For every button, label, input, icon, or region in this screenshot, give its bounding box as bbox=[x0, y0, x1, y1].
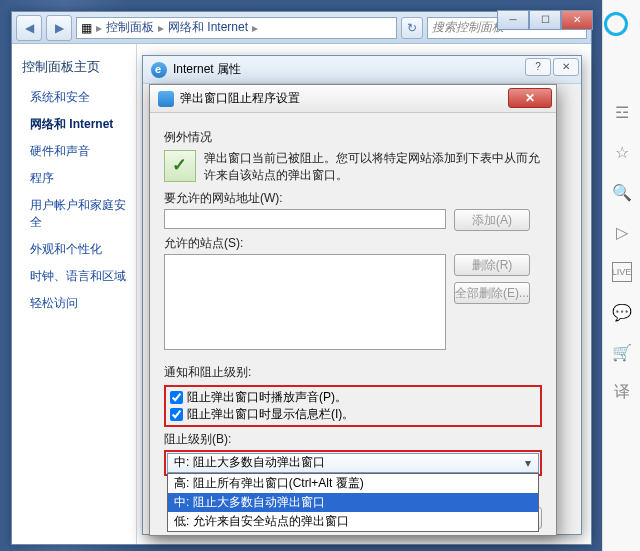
chat-icon[interactable]: 💬 bbox=[612, 302, 632, 322]
sidebar-item[interactable]: 时钟、语言和区域 bbox=[12, 263, 136, 290]
close-button[interactable]: ✕ bbox=[508, 88, 552, 108]
close-button[interactable]: ✕ bbox=[561, 10, 593, 30]
sidebar-item[interactable]: 外观和个性化 bbox=[12, 236, 136, 263]
sidebar-header: 控制面板主页 bbox=[12, 54, 136, 84]
cart-icon[interactable]: 🛒 bbox=[612, 342, 632, 362]
dialog-title: 弹出窗口阻止程序设置 bbox=[180, 90, 300, 107]
sidebar: 控制面板主页 系统和安全网络和 Internet硬件和声音程序用户帐户和家庭安全… bbox=[12, 44, 137, 544]
dropdown-option[interactable]: 低: 允许来自安全站点的弹出窗口 bbox=[168, 512, 538, 531]
dropdown-option[interactable]: 高: 阻止所有弹出窗口(Ctrl+Alt 覆盖) bbox=[168, 474, 538, 493]
qq-browser-icon[interactable] bbox=[604, 12, 628, 36]
maximize-button[interactable]: ☐ bbox=[529, 10, 561, 30]
address-input[interactable] bbox=[164, 209, 446, 229]
allowed-sites-label: 允许的站点(S): bbox=[164, 235, 542, 252]
remove-button[interactable]: 删除(R) bbox=[454, 254, 530, 276]
dialog-title: Internet 属性 bbox=[173, 61, 241, 78]
sidebar-item[interactable]: 系统和安全 bbox=[12, 84, 136, 111]
block-level-label: 阻止级别(B): bbox=[164, 431, 542, 448]
control-panel-icon: ▦ bbox=[81, 21, 92, 35]
address-bar[interactable]: ▦ ▸ 控制面板 ▸ 网络和 Internet ▸ bbox=[76, 17, 397, 39]
play-icon[interactable]: ▷ bbox=[612, 222, 632, 242]
browser-sidebar: ☲ ☆ 🔍 ▷ LIVE 💬 🛒 译 bbox=[602, 0, 640, 551]
help-button[interactable]: ? bbox=[525, 58, 551, 76]
ie-icon bbox=[151, 62, 167, 78]
infobar-checkbox[interactable] bbox=[170, 408, 183, 421]
close-button[interactable]: ✕ bbox=[553, 58, 579, 76]
list-icon[interactable]: ☲ bbox=[612, 102, 632, 122]
star-icon[interactable]: ☆ bbox=[612, 142, 632, 162]
exceptions-label: 例外情况 bbox=[164, 129, 542, 146]
block-level-dropdown: 高: 阻止所有弹出窗口(Ctrl+Alt 覆盖) 中: 阻止大多数自动弹出窗口 … bbox=[167, 473, 539, 532]
refresh-button[interactable]: ↻ bbox=[401, 17, 423, 39]
breadcrumb[interactable]: 控制面板 bbox=[106, 19, 154, 36]
sidebar-item[interactable]: 程序 bbox=[12, 165, 136, 192]
infobar-checkbox-label: 阻止弹出窗口时显示信息栏(I)。 bbox=[187, 406, 354, 423]
highlight-box: 阻止弹出窗口时播放声音(P)。 阻止弹出窗口时显示信息栏(I)。 bbox=[164, 385, 542, 427]
allowed-sites-list[interactable] bbox=[164, 254, 446, 350]
sound-checkbox-label: 阻止弹出窗口时播放声音(P)。 bbox=[187, 389, 347, 406]
notify-label: 通知和阻止级别: bbox=[164, 364, 542, 381]
back-button[interactable]: ◀ bbox=[16, 15, 42, 41]
add-button[interactable]: 添加(A) bbox=[454, 209, 530, 231]
ie-icon bbox=[158, 91, 174, 107]
sidebar-item[interactable]: 轻松访问 bbox=[12, 290, 136, 317]
dropdown-option[interactable]: 中: 阻止大多数自动弹出窗口 bbox=[168, 493, 538, 512]
address-label: 要允许的网站地址(W): bbox=[164, 190, 542, 207]
description-text: 弹出窗口当前已被阻止。您可以将特定网站添加到下表中从而允许来自该站点的弹出窗口。 bbox=[204, 150, 542, 184]
sidebar-item[interactable]: 用户帐户和家庭安全 bbox=[12, 192, 136, 236]
sidebar-item[interactable]: 硬件和声音 bbox=[12, 138, 136, 165]
minimize-button[interactable]: ─ bbox=[497, 10, 529, 30]
sidebar-item[interactable]: 网络和 Internet bbox=[12, 111, 136, 138]
breadcrumb[interactable]: 网络和 Internet bbox=[168, 19, 248, 36]
block-level-combo[interactable]: 中: 阻止大多数自动弹出窗口 ▾ bbox=[167, 453, 539, 473]
live-icon[interactable]: LIVE bbox=[612, 262, 632, 282]
highlight-box: 中: 阻止大多数自动弹出窗口 ▾ 高: 阻止所有弹出窗口(Ctrl+Alt 覆盖… bbox=[164, 450, 542, 476]
forward-button[interactable]: ▶ bbox=[46, 15, 72, 41]
shield-check-icon bbox=[164, 150, 196, 182]
translate-icon[interactable]: 译 bbox=[612, 382, 632, 402]
combo-value: 中: 阻止大多数自动弹出窗口 bbox=[174, 454, 325, 471]
sound-checkbox[interactable] bbox=[170, 391, 183, 404]
search-icon[interactable]: 🔍 bbox=[612, 182, 632, 202]
remove-all-button[interactable]: 全部删除(E)... bbox=[454, 282, 530, 304]
popup-blocker-dialog: 弹出窗口阻止程序设置 ✕ 例外情况 弹出窗口当前已被阻止。您可以将特定网站添加到… bbox=[149, 84, 557, 536]
chevron-down-icon: ▾ bbox=[520, 456, 536, 470]
